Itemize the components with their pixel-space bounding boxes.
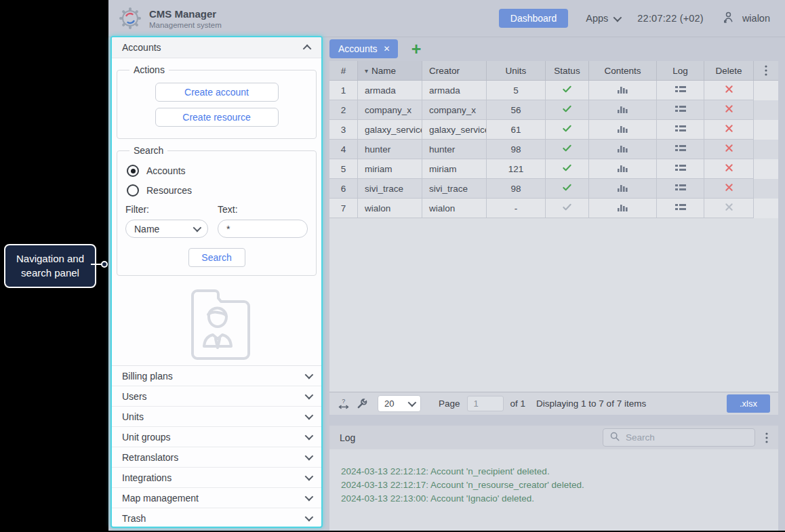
close-icon[interactable]: ✕	[384, 45, 390, 53]
contents-cell[interactable]	[589, 100, 657, 120]
search-button[interactable]: Search	[188, 248, 245, 267]
column-header-delete[interactable]: Delete	[704, 61, 754, 81]
contents-cell[interactable]	[589, 81, 657, 100]
account-units: 61	[487, 120, 546, 140]
log-search-input[interactable]	[624, 432, 748, 443]
sidebar-section-label: Billing plans	[122, 371, 173, 382]
sidebar-section[interactable]: Units	[112, 407, 321, 427]
contents-cell[interactable]	[589, 179, 657, 199]
tab-accounts[interactable]: Accounts ✕	[329, 39, 398, 58]
apps-menu[interactable]: Apps	[586, 13, 620, 24]
page-size-value: 20	[384, 398, 394, 409]
sidebar-section[interactable]: Billing plans	[112, 366, 321, 386]
create-resource-button[interactable]: Create resource	[155, 108, 279, 127]
delete-cell[interactable]	[704, 179, 754, 199]
kebab-menu-icon[interactable]	[754, 61, 778, 81]
delete-cell[interactable]	[704, 81, 754, 100]
bar-chart-icon	[618, 183, 628, 194]
export-xlsx-button[interactable]: .xlsx	[727, 394, 770, 413]
create-account-button[interactable]: Create account	[155, 83, 279, 102]
sidebar-section[interactable]: Unit groups	[112, 427, 321, 447]
contents-cell[interactable]	[589, 120, 657, 140]
sidebar-section[interactable]: Integrations	[112, 468, 321, 488]
plus-icon[interactable]: +	[411, 41, 422, 58]
check-icon	[562, 182, 572, 195]
log-entry: 2024-03-13 22:12:12: Account 'n_recipien…	[341, 466, 767, 476]
x-icon	[725, 163, 733, 174]
delete-cell[interactable]	[704, 199, 754, 218]
contents-cell[interactable]	[589, 159, 657, 179]
account-creator: wialon	[422, 199, 487, 218]
accounts-table: # ▾ Name Creator Units Status Contents L…	[329, 61, 778, 392]
table-row[interactable]: 4 hunter hunter 98	[329, 140, 778, 159]
sidebar-section[interactable]: Retranslators	[112, 447, 321, 468]
search-type-radio[interactable]: Accounts	[127, 165, 306, 177]
contents-cell[interactable]	[589, 140, 657, 159]
log-cell[interactable]	[657, 179, 704, 199]
log-cell[interactable]	[657, 159, 704, 179]
x-icon	[725, 203, 733, 213]
column-header-log[interactable]: Log	[657, 61, 704, 81]
contents-cell[interactable]	[589, 199, 657, 218]
table-row[interactable]: 6 sivi_trace sivi_trace 98	[329, 179, 778, 199]
log-search-box[interactable]	[603, 428, 755, 447]
table-row[interactable]: 7 wialon wialon -	[329, 199, 778, 218]
status-cell	[546, 159, 589, 179]
page-size-select[interactable]: 20	[378, 395, 421, 412]
log-cell[interactable]	[657, 120, 704, 140]
user-menu[interactable]: wialon	[721, 10, 770, 26]
actions-legend: Actions	[129, 64, 169, 75]
table-row[interactable]: 3 galaxy_service galaxy_service 61	[329, 120, 778, 140]
tab-bar: Accounts ✕ +	[329, 39, 421, 58]
check-icon	[562, 143, 572, 155]
sidebar-section-label: Map management	[122, 493, 199, 504]
dashboard-button[interactable]: Dashboard	[499, 9, 569, 28]
bar-chart-icon	[618, 144, 628, 155]
delete-cell[interactable]	[704, 140, 754, 159]
delete-cell[interactable]	[704, 159, 754, 179]
sidebar-section[interactable]: Trash	[112, 508, 321, 528]
table-row[interactable]: 2 company_x company_x 56	[329, 100, 778, 120]
wrench-icon[interactable]	[357, 398, 368, 409]
chevron-down-icon	[193, 224, 202, 232]
column-header-num[interactable]: #	[329, 61, 358, 81]
row-num: 3	[329, 120, 358, 140]
account-creator: galaxy_service	[422, 120, 487, 140]
column-header-units[interactable]: Units	[487, 61, 546, 81]
column-header-creator[interactable]: Creator	[422, 61, 487, 81]
column-header-name[interactable]: ▾ Name	[358, 61, 422, 81]
page-input[interactable]	[467, 396, 504, 411]
sort-desc-icon: ▾	[365, 67, 368, 75]
filter-select[interactable]: Name	[125, 220, 208, 238]
log-cell[interactable]	[657, 199, 704, 218]
column-header-status[interactable]: Status	[546, 61, 589, 81]
accounts-panel-header[interactable]: Accounts	[112, 37, 321, 58]
table-row[interactable]: 5 miriam miriam 121	[329, 159, 778, 179]
sidebar-section[interactable]: Map management	[112, 488, 321, 508]
log-cell[interactable]	[657, 100, 704, 120]
row-num: 5	[329, 159, 358, 179]
delete-cell[interactable]	[704, 120, 754, 140]
status-cell	[546, 140, 589, 159]
list-icon	[675, 125, 686, 135]
search-text-input[interactable]	[218, 220, 308, 238]
sidebar-section-label: Units	[122, 411, 144, 422]
x-icon	[725, 144, 733, 155]
table-body: 1 armada armada 5 2 company_x company	[329, 81, 778, 218]
account-creator: sivi_trace	[422, 179, 487, 199]
column-autofit-icon[interactable]: ?	[338, 398, 350, 410]
displaying-status: Displaying 1 to 7 of 7 items	[536, 398, 646, 409]
kebab-menu-icon[interactable]	[765, 432, 768, 443]
text-field-wrap: Text:	[218, 204, 308, 238]
accounts-panel-title: Accounts	[122, 42, 161, 53]
search-type-radio[interactable]: Resources	[127, 184, 306, 197]
log-cell[interactable]	[657, 140, 704, 159]
table-row[interactable]: 1 armada armada 5	[329, 81, 778, 100]
username: wialon	[742, 13, 770, 24]
sidebar-section[interactable]: Users	[112, 386, 321, 407]
chevron-down-icon	[305, 452, 314, 461]
log-cell[interactable]	[657, 81, 704, 100]
delete-cell[interactable]	[704, 100, 754, 120]
svg-text:?: ?	[342, 398, 345, 405]
column-header-contents[interactable]: Contents	[589, 61, 657, 81]
